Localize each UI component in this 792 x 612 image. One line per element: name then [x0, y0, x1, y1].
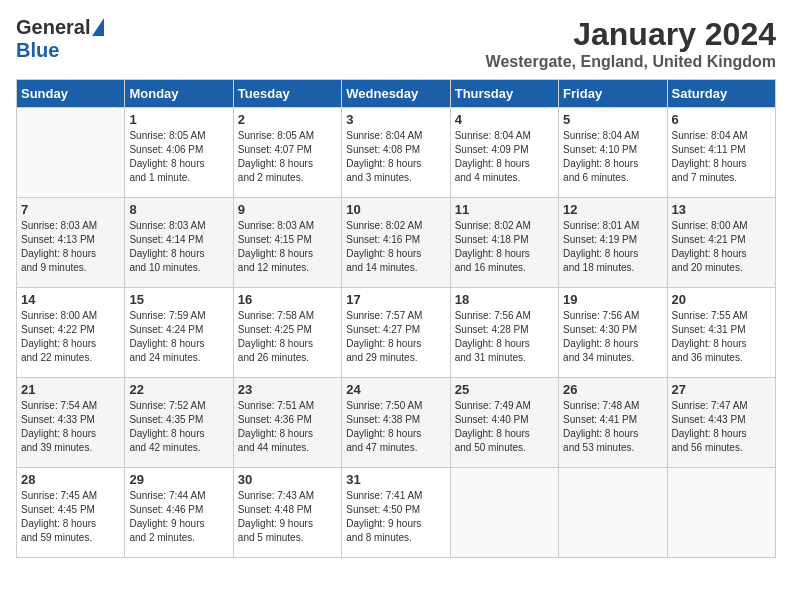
logo: General Blue: [16, 16, 104, 62]
calendar-table: SundayMondayTuesdayWednesdayThursdayFrid…: [16, 79, 776, 558]
day-info: Sunrise: 8:04 AM Sunset: 4:10 PM Dayligh…: [563, 129, 662, 185]
calendar-cell: 27Sunrise: 7:47 AM Sunset: 4:43 PM Dayli…: [667, 378, 775, 468]
day-number: 13: [672, 202, 771, 217]
day-number: 11: [455, 202, 554, 217]
calendar-cell: 14Sunrise: 8:00 AM Sunset: 4:22 PM Dayli…: [17, 288, 125, 378]
day-info: Sunrise: 7:58 AM Sunset: 4:25 PM Dayligh…: [238, 309, 337, 365]
calendar-cell: 15Sunrise: 7:59 AM Sunset: 4:24 PM Dayli…: [125, 288, 233, 378]
day-number: 17: [346, 292, 445, 307]
day-info: Sunrise: 7:52 AM Sunset: 4:35 PM Dayligh…: [129, 399, 228, 455]
day-info: Sunrise: 8:01 AM Sunset: 4:19 PM Dayligh…: [563, 219, 662, 275]
day-number: 28: [21, 472, 120, 487]
calendar-cell: [559, 468, 667, 558]
day-info: Sunrise: 7:55 AM Sunset: 4:31 PM Dayligh…: [672, 309, 771, 365]
day-info: Sunrise: 7:41 AM Sunset: 4:50 PM Dayligh…: [346, 489, 445, 545]
calendar-cell: 28Sunrise: 7:45 AM Sunset: 4:45 PM Dayli…: [17, 468, 125, 558]
title-area: January 2024 Westergate, England, United…: [486, 16, 776, 71]
calendar-cell: 12Sunrise: 8:01 AM Sunset: 4:19 PM Dayli…: [559, 198, 667, 288]
calendar-cell: [667, 468, 775, 558]
calendar-cell: 4Sunrise: 8:04 AM Sunset: 4:09 PM Daylig…: [450, 108, 558, 198]
calendar-cell: 25Sunrise: 7:49 AM Sunset: 4:40 PM Dayli…: [450, 378, 558, 468]
calendar-cell: 7Sunrise: 8:03 AM Sunset: 4:13 PM Daylig…: [17, 198, 125, 288]
calendar-week-row: 1Sunrise: 8:05 AM Sunset: 4:06 PM Daylig…: [17, 108, 776, 198]
weekday-header: Sunday: [17, 80, 125, 108]
day-info: Sunrise: 7:56 AM Sunset: 4:30 PM Dayligh…: [563, 309, 662, 365]
day-info: Sunrise: 8:02 AM Sunset: 4:16 PM Dayligh…: [346, 219, 445, 275]
day-number: 26: [563, 382, 662, 397]
logo-general-text: General: [16, 16, 90, 39]
day-number: 2: [238, 112, 337, 127]
month-title: January 2024: [486, 16, 776, 53]
day-number: 29: [129, 472, 228, 487]
calendar-cell: 10Sunrise: 8:02 AM Sunset: 4:16 PM Dayli…: [342, 198, 450, 288]
day-number: 27: [672, 382, 771, 397]
day-info: Sunrise: 7:44 AM Sunset: 4:46 PM Dayligh…: [129, 489, 228, 545]
calendar-cell: 20Sunrise: 7:55 AM Sunset: 4:31 PM Dayli…: [667, 288, 775, 378]
day-info: Sunrise: 7:50 AM Sunset: 4:38 PM Dayligh…: [346, 399, 445, 455]
weekday-header: Thursday: [450, 80, 558, 108]
day-info: Sunrise: 8:00 AM Sunset: 4:22 PM Dayligh…: [21, 309, 120, 365]
day-info: Sunrise: 7:48 AM Sunset: 4:41 PM Dayligh…: [563, 399, 662, 455]
day-number: 15: [129, 292, 228, 307]
calendar-cell: 29Sunrise: 7:44 AM Sunset: 4:46 PM Dayli…: [125, 468, 233, 558]
calendar-cell: 16Sunrise: 7:58 AM Sunset: 4:25 PM Dayli…: [233, 288, 341, 378]
calendar-cell: 13Sunrise: 8:00 AM Sunset: 4:21 PM Dayli…: [667, 198, 775, 288]
calendar-week-row: 7Sunrise: 8:03 AM Sunset: 4:13 PM Daylig…: [17, 198, 776, 288]
day-number: 8: [129, 202, 228, 217]
calendar-cell: 19Sunrise: 7:56 AM Sunset: 4:30 PM Dayli…: [559, 288, 667, 378]
day-number: 31: [346, 472, 445, 487]
calendar-cell: 6Sunrise: 8:04 AM Sunset: 4:11 PM Daylig…: [667, 108, 775, 198]
calendar-week-row: 28Sunrise: 7:45 AM Sunset: 4:45 PM Dayli…: [17, 468, 776, 558]
calendar-cell: 2Sunrise: 8:05 AM Sunset: 4:07 PM Daylig…: [233, 108, 341, 198]
calendar-header-row: SundayMondayTuesdayWednesdayThursdayFrid…: [17, 80, 776, 108]
calendar-cell: 11Sunrise: 8:02 AM Sunset: 4:18 PM Dayli…: [450, 198, 558, 288]
day-number: 9: [238, 202, 337, 217]
calendar-week-row: 14Sunrise: 8:00 AM Sunset: 4:22 PM Dayli…: [17, 288, 776, 378]
day-number: 5: [563, 112, 662, 127]
day-info: Sunrise: 7:49 AM Sunset: 4:40 PM Dayligh…: [455, 399, 554, 455]
page-header: General Blue January 2024 Westergate, En…: [16, 16, 776, 71]
day-info: Sunrise: 8:04 AM Sunset: 4:08 PM Dayligh…: [346, 129, 445, 185]
calendar-cell: 3Sunrise: 8:04 AM Sunset: 4:08 PM Daylig…: [342, 108, 450, 198]
day-number: 6: [672, 112, 771, 127]
day-info: Sunrise: 7:47 AM Sunset: 4:43 PM Dayligh…: [672, 399, 771, 455]
calendar-body: 1Sunrise: 8:05 AM Sunset: 4:06 PM Daylig…: [17, 108, 776, 558]
calendar-cell: 8Sunrise: 8:03 AM Sunset: 4:14 PM Daylig…: [125, 198, 233, 288]
day-number: 1: [129, 112, 228, 127]
day-number: 23: [238, 382, 337, 397]
day-number: 14: [21, 292, 120, 307]
day-info: Sunrise: 8:00 AM Sunset: 4:21 PM Dayligh…: [672, 219, 771, 275]
calendar-cell: 31Sunrise: 7:41 AM Sunset: 4:50 PM Dayli…: [342, 468, 450, 558]
calendar-cell: 18Sunrise: 7:56 AM Sunset: 4:28 PM Dayli…: [450, 288, 558, 378]
day-info: Sunrise: 8:03 AM Sunset: 4:13 PM Dayligh…: [21, 219, 120, 275]
day-info: Sunrise: 7:57 AM Sunset: 4:27 PM Dayligh…: [346, 309, 445, 365]
day-number: 4: [455, 112, 554, 127]
weekday-header: Saturday: [667, 80, 775, 108]
logo-blue-text: Blue: [16, 39, 59, 62]
calendar-cell: 17Sunrise: 7:57 AM Sunset: 4:27 PM Dayli…: [342, 288, 450, 378]
calendar-cell: 23Sunrise: 7:51 AM Sunset: 4:36 PM Dayli…: [233, 378, 341, 468]
day-info: Sunrise: 7:51 AM Sunset: 4:36 PM Dayligh…: [238, 399, 337, 455]
day-info: Sunrise: 8:02 AM Sunset: 4:18 PM Dayligh…: [455, 219, 554, 275]
weekday-header: Friday: [559, 80, 667, 108]
calendar-cell: [17, 108, 125, 198]
calendar-cell: 1Sunrise: 8:05 AM Sunset: 4:06 PM Daylig…: [125, 108, 233, 198]
day-info: Sunrise: 7:59 AM Sunset: 4:24 PM Dayligh…: [129, 309, 228, 365]
day-number: 12: [563, 202, 662, 217]
day-number: 19: [563, 292, 662, 307]
day-number: 24: [346, 382, 445, 397]
day-info: Sunrise: 7:54 AM Sunset: 4:33 PM Dayligh…: [21, 399, 120, 455]
day-number: 16: [238, 292, 337, 307]
logo-arrow-icon: [92, 18, 104, 36]
day-info: Sunrise: 8:04 AM Sunset: 4:11 PM Dayligh…: [672, 129, 771, 185]
calendar-cell: 24Sunrise: 7:50 AM Sunset: 4:38 PM Dayli…: [342, 378, 450, 468]
calendar-cell: 22Sunrise: 7:52 AM Sunset: 4:35 PM Dayli…: [125, 378, 233, 468]
location: Westergate, England, United Kingdom: [486, 53, 776, 71]
day-info: Sunrise: 7:45 AM Sunset: 4:45 PM Dayligh…: [21, 489, 120, 545]
day-info: Sunrise: 7:56 AM Sunset: 4:28 PM Dayligh…: [455, 309, 554, 365]
weekday-header: Monday: [125, 80, 233, 108]
calendar-week-row: 21Sunrise: 7:54 AM Sunset: 4:33 PM Dayli…: [17, 378, 776, 468]
day-number: 22: [129, 382, 228, 397]
calendar-cell: [450, 468, 558, 558]
day-number: 7: [21, 202, 120, 217]
